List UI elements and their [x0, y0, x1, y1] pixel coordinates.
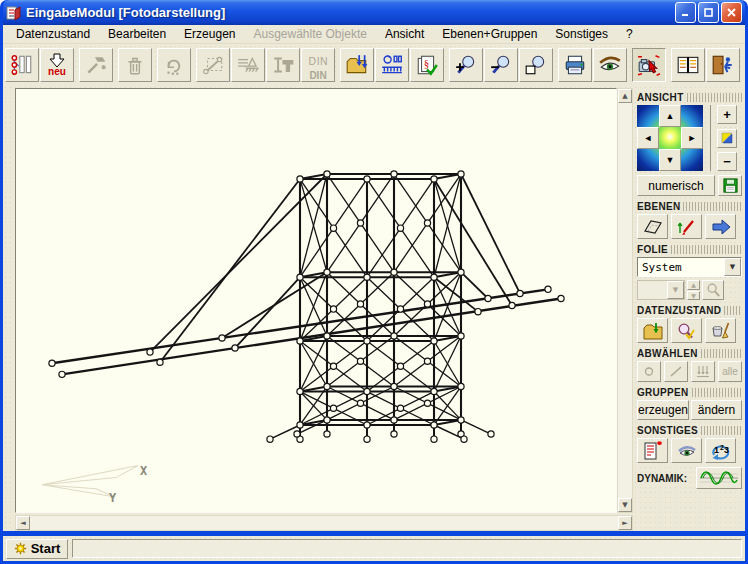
ebene-next-button[interactable]: [705, 214, 736, 239]
app-icon: [6, 5, 22, 21]
group-create-button[interactable]: erzeugen: [637, 400, 689, 420]
scroll-up-icon[interactable]: ▲: [618, 89, 632, 103]
svg-text:3: 3: [724, 445, 729, 455]
scroll-down-icon[interactable]: ▼: [618, 498, 632, 512]
app-window: EingabeModul [Fotodarstellung] Datenzust…: [0, 0, 748, 564]
data-check-button[interactable]: [671, 318, 702, 343]
ebene-select-button[interactable]: [637, 214, 668, 239]
toolbar-new-button[interactable]: neu: [40, 48, 74, 82]
scroll-left-icon[interactable]: ◄: [16, 516, 30, 530]
spin-up-icon: ▲: [687, 280, 700, 290]
deselect-all-button: alle: [718, 361, 742, 382]
vertical-scrollbar[interactable]: ▲ ▼: [617, 88, 633, 513]
view-up-button[interactable]: ▲: [659, 105, 681, 127]
toolbar-zoom-window-button[interactable]: [519, 48, 553, 82]
toolbar: neuDINDIN§: [3, 44, 745, 85]
dynamik-label: DYNAMIK:: [637, 473, 687, 484]
status-message-field: [72, 539, 742, 558]
quickview-button[interactable]: [671, 438, 702, 463]
window-title: EingabeModul [Fotodarstellung]: [26, 5, 671, 20]
report-button[interactable]: [637, 438, 668, 463]
section-sonstiges: SONSTIGES: [637, 425, 742, 436]
toolbar-project-structure-button[interactable]: [5, 48, 39, 82]
toolbar-zoom-in-button[interactable]: [449, 48, 483, 82]
toolbar-loads-button[interactable]: [375, 48, 409, 82]
deselect-node-button: [637, 361, 661, 382]
view-zoom-out-button[interactable]: −: [717, 152, 737, 171]
menu-item-ebenen-gruppen[interactable]: Ebenen+Gruppen: [433, 26, 546, 42]
folie-spinner: ▲ ▼: [687, 280, 700, 300]
horizontal-scrollbar[interactable]: ◄ ►: [15, 515, 633, 531]
drawing-canvas[interactable]: XY: [15, 88, 617, 513]
toolbar-zoom-out-button[interactable]: [484, 48, 518, 82]
toolbar-print-button[interactable]: [558, 48, 592, 82]
svg-text:Y: Y: [109, 491, 117, 505]
titlebar: EingabeModul [Fotodarstellung]: [3, 0, 745, 25]
dynamik-button[interactable]: [696, 467, 742, 489]
toolbar-supports-button: [231, 48, 265, 82]
toolbar-view-button[interactable]: [593, 48, 627, 82]
section-datenzustand: DATENZUSTAND: [637, 305, 742, 316]
menubar: DatenzustandBearbeitenErzeugenAusgewählt…: [3, 25, 745, 44]
folie-search-button: [702, 280, 724, 300]
toolbar-generate-button: [79, 48, 113, 82]
toolbar-edit-element-button: [196, 48, 230, 82]
gear-icon: [14, 542, 27, 555]
view-zoom-in-button[interactable]: +: [717, 105, 737, 124]
menu-item-?[interactable]: ?: [617, 26, 642, 42]
chevron-down-disabled-icon: ▼: [667, 281, 684, 299]
toolbar-photo-display-button[interactable]: [632, 48, 666, 82]
svg-text:X: X: [140, 463, 148, 477]
toolbar-manual-button[interactable]: [671, 48, 705, 82]
data-clean-button[interactable]: [705, 318, 736, 343]
ebene-edit-button[interactable]: [671, 214, 702, 239]
toolbar-exit-button[interactable]: [706, 48, 740, 82]
start-button[interactable]: Start: [6, 539, 68, 559]
svg-text:DIN: DIN: [309, 55, 329, 66]
renumber-button[interactable]: 123: [705, 438, 736, 463]
toolbar-cross-section-button: [266, 48, 300, 82]
data-open-button[interactable]: [637, 318, 668, 343]
scroll-right-icon[interactable]: ►: [618, 516, 632, 530]
toolbar-din-norm-button: DINDIN: [301, 48, 335, 82]
view-left-button[interactable]: ◄: [637, 127, 659, 149]
menu-item-sonstiges[interactable]: Sonstiges: [546, 26, 617, 42]
statusbar: Start: [3, 536, 745, 561]
section-gruppen: GRUPPEN: [637, 387, 742, 398]
minimize-button[interactable]: [675, 2, 696, 23]
menu-item-erzeugen[interactable]: Erzeugen: [175, 26, 244, 42]
sidebar: ANSICHT ▲ ▼ ◄ ► + − numerisch: [633, 85, 745, 531]
chevron-down-icon[interactable]: ▼: [724, 258, 741, 276]
group-change-button[interactable]: ändern: [691, 400, 742, 420]
folie-sub-select: ▼: [637, 280, 685, 300]
section-ansicht: ANSICHT: [637, 92, 742, 103]
menu-item-ansicht[interactable]: Ansicht: [376, 26, 433, 42]
menu-item-bearbeiten[interactable]: Bearbeiten: [99, 26, 175, 42]
menu-item-ausgew-hlte-objekte: Ausgewählte Objekte: [244, 26, 375, 42]
folie-select[interactable]: System ▼: [637, 257, 742, 277]
folie-selected-value: System: [638, 261, 724, 274]
section-folie: FOLIE: [637, 244, 742, 255]
save-view-button[interactable]: [718, 175, 742, 196]
deselect-member-button: [664, 361, 688, 382]
deselect-load-button: [691, 361, 715, 382]
view-right-button[interactable]: ►: [681, 127, 703, 149]
view-shade-toggle-button[interactable]: [717, 129, 737, 148]
toolbar-import-data-button[interactable]: [340, 48, 374, 82]
menu-item-datenzustand[interactable]: Datenzustand: [7, 26, 99, 42]
maximize-button[interactable]: [698, 2, 719, 23]
view-sphere: ▲ ▼ ◄ ►: [637, 105, 703, 171]
section-ebenen: EBENEN: [637, 201, 742, 212]
svg-text:§: §: [424, 57, 429, 69]
toolbar-undo-button: [157, 48, 191, 82]
view-down-button[interactable]: ▼: [659, 149, 681, 171]
spin-down-icon: ▼: [687, 291, 700, 301]
section-abwaehlen: ABWÄHLEN: [637, 348, 742, 359]
toolbar-norm-check-button[interactable]: §: [410, 48, 444, 82]
toolbar-delete-button: [118, 48, 152, 82]
numerisch-button[interactable]: numerisch: [637, 175, 715, 196]
svg-text:1: 1: [714, 445, 719, 455]
close-button[interactable]: [721, 2, 742, 23]
